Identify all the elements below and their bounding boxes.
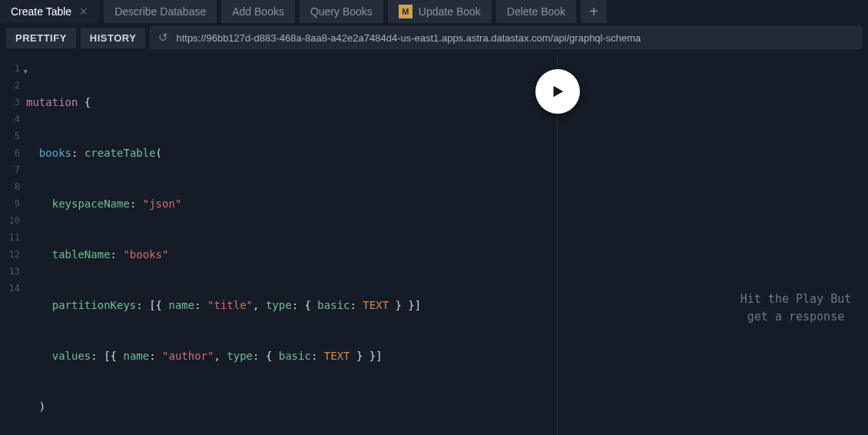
tab-label: Create Table [11, 5, 71, 18]
tab-label: Delete Book [507, 5, 565, 18]
line-gutter: 1▼ 2 3 4 5 6 7 8 9 10 11 12 13 14 [0, 60, 26, 435]
tab-label: Describe Database [114, 5, 206, 18]
tab-delete-book[interactable]: Delete Book [496, 0, 576, 23]
tab-label: Update Book [419, 5, 481, 18]
tab-bar: Create Table ✕ Describe Database Add Boo… [0, 0, 868, 23]
tab-label: Add Books [232, 5, 284, 18]
tab-query-books[interactable]: Query Books [300, 0, 383, 23]
main-area: 1▼ 2 3 4 5 6 7 8 9 10 11 12 13 14 mutati… [0, 52, 868, 435]
tab-add-books[interactable]: Add Books [221, 0, 295, 23]
result-pane: Hit the Play But get a response [558, 52, 868, 435]
editor[interactable]: 1▼ 2 3 4 5 6 7 8 9 10 11 12 13 14 mutati… [0, 52, 557, 435]
close-icon[interactable]: ✕ [79, 6, 88, 17]
plus-icon: + [589, 3, 598, 21]
prettify-button[interactable]: PRETTIFY [6, 28, 76, 48]
tab-create-table[interactable]: Create Table ✕ [0, 0, 99, 23]
tab-label: Query Books [310, 5, 373, 18]
modified-badge-icon: M [399, 5, 412, 18]
add-tab-button[interactable]: + [581, 0, 607, 23]
play-button[interactable] [535, 69, 580, 114]
toolbar: PRETTIFY HISTORY ↺ [0, 23, 868, 52]
url-bar[interactable]: ↺ [150, 26, 862, 49]
code-area[interactable]: mutation { books: createTable( keyspaceN… [26, 60, 557, 435]
fold-icon[interactable]: ▼ [24, 63, 28, 80]
editor-pane[interactable]: 1▼ 2 3 4 5 6 7 8 9 10 11 12 13 14 mutati… [0, 52, 558, 435]
reload-icon[interactable]: ↺ [158, 31, 168, 45]
tab-describe-database[interactable]: Describe Database [104, 0, 217, 23]
result-hint: Hit the Play But get a response [719, 291, 868, 325]
play-icon [549, 83, 566, 100]
url-input[interactable] [176, 32, 853, 44]
tab-update-book[interactable]: M Update Book [388, 0, 492, 23]
history-button[interactable]: HISTORY [81, 28, 146, 48]
